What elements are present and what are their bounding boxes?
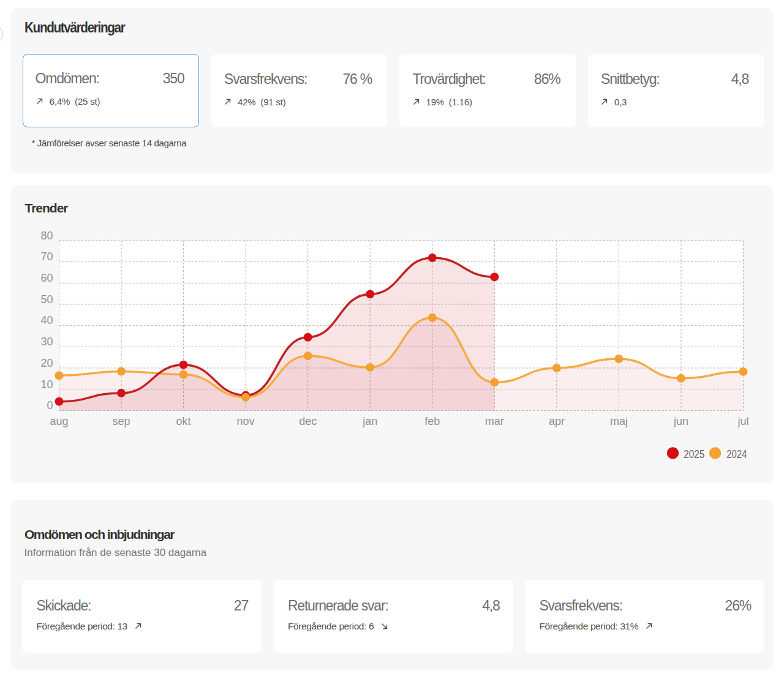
svg-text:jan: jan (362, 415, 377, 427)
svg-text:20: 20 (40, 357, 53, 369)
svg-text:10: 10 (40, 378, 53, 391)
svg-text:maj: maj (610, 415, 628, 427)
svg-text:jun: jun (673, 415, 688, 427)
svg-text:mar: mar (485, 415, 504, 427)
svg-text:okt: okt (176, 415, 191, 427)
svg-text:80: 80 (40, 230, 53, 242)
svg-text:70: 70 (40, 250, 53, 263)
svg-text:dec: dec (299, 415, 317, 427)
svg-text:feb: feb (424, 415, 440, 427)
svg-text:50: 50 (40, 293, 53, 306)
svg-text:aug: aug (50, 415, 68, 427)
svg-text:30: 30 (40, 336, 53, 348)
svg-text:40: 40 (40, 314, 53, 326)
svg-text:0: 0 (47, 399, 53, 411)
svg-text:nov: nov (237, 415, 255, 427)
svg-text:2024: 2024 (726, 448, 747, 460)
svg-text:60: 60 (40, 272, 53, 284)
svg-text:apr: apr (549, 415, 565, 427)
svg-text:2025: 2025 (684, 448, 704, 460)
svg-text:jul: jul (737, 415, 748, 427)
svg-text:sep: sep (112, 415, 130, 427)
